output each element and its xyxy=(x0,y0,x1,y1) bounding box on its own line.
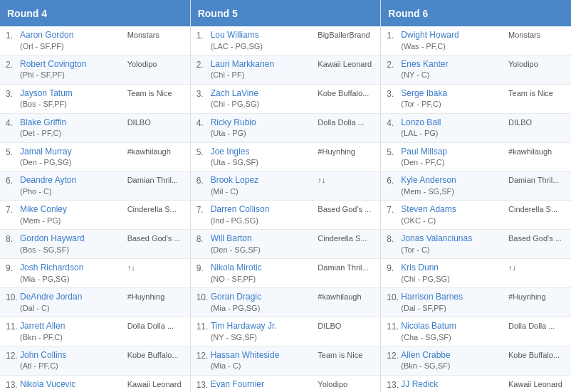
player-name[interactable]: Evan Fournier xyxy=(211,379,264,389)
pick-player[interactable]: Hassan Whiteside(Mia - C) xyxy=(211,350,318,371)
player-name[interactable]: Lauri Markkanen xyxy=(211,59,274,69)
player-name[interactable]: Deandre Ayton xyxy=(20,175,76,185)
player-name[interactable]: Steven Adams xyxy=(401,204,456,214)
player-name[interactable]: Serge Ibaka xyxy=(401,88,447,98)
pick-player[interactable]: Josh Richardson(Mia - PG,SG) xyxy=(20,263,127,284)
pick-player[interactable]: Steven Adams(OKC - C) xyxy=(401,204,508,226)
pick-player[interactable]: Darren Collison(Ind - PG,SG) xyxy=(211,204,318,226)
pick-player[interactable]: Kyle Anderson(Mem - SG,SF) xyxy=(401,175,508,196)
player-name[interactable]: Joe Ingles xyxy=(211,147,250,157)
player-position: (Dal - SF,PF) xyxy=(401,303,508,313)
pick-player[interactable]: Ricky Rubio(Uta - PG) xyxy=(211,117,318,139)
player-name[interactable]: Will Barton xyxy=(211,233,252,243)
pick-team: BigBallerBrand xyxy=(318,30,374,39)
pick-row: 3.Jayson Tatum(Bos - SF,PF)Team is Nice xyxy=(0,85,190,114)
pick-team: Based God's ... xyxy=(508,233,565,243)
pick-player[interactable]: Serge Ibaka(Tor - PF,C) xyxy=(401,88,508,110)
player-name[interactable]: Goran Dragic xyxy=(211,292,261,302)
pick-player[interactable]: John Collins(Atl - PF,C) xyxy=(20,350,127,371)
pick-player[interactable]: Nicolas Batum(Cha - SG,SF) xyxy=(401,321,508,342)
pick-number: 7. xyxy=(197,204,211,215)
pick-row: 2.Lauri Markkanen(Chi - PF)Kawaii Leonar… xyxy=(191,55,381,85)
player-name[interactable]: Paul Millsap xyxy=(401,147,447,157)
pick-player[interactable]: Goran Dragic(Mia - PG,SG) xyxy=(211,292,318,313)
player-name[interactable]: Aaron Gordon xyxy=(20,30,73,40)
pick-player[interactable]: Dwight Howard(Was - PF,C) xyxy=(401,30,508,51)
player-name[interactable]: Jamal Murray xyxy=(20,147,72,157)
pick-player[interactable]: Harrison Barnes(Dal - SF,PF) xyxy=(401,292,508,313)
player-name[interactable]: JJ Redick xyxy=(401,379,438,389)
pick-player[interactable]: Jonas Valanciunas(Tor - C) xyxy=(401,233,508,255)
pick-player[interactable]: JJ Redick(Phi - SG) xyxy=(401,379,508,392)
pick-player[interactable]: Jayson Tatum(Bos - SF,PF) xyxy=(20,88,127,110)
pick-player[interactable]: Kris Dunn(Chi - PG,SG) xyxy=(401,263,508,284)
pick-player[interactable]: Nikola Vucevic(Orl - PF,C) xyxy=(20,379,127,392)
pick-player[interactable]: Tim Hardaway Jr.(NY - SG,SF) xyxy=(211,321,318,342)
player-name[interactable]: Mike Conley xyxy=(20,204,67,214)
pick-team: #kawhilaugh xyxy=(127,147,184,156)
pick-row: 10.DeAndre Jordan(Dal - C)#Huynhing xyxy=(0,288,190,317)
player-name[interactable]: Jayson Tatum xyxy=(20,88,73,98)
pick-player[interactable]: DeAndre Jordan(Dal - C) xyxy=(20,292,127,313)
pick-player[interactable]: Jarrett Allen(Bkn - PF,C) xyxy=(20,321,127,342)
pick-player[interactable]: Lou Williams(LAC - PG,SG) xyxy=(211,30,318,51)
pick-player[interactable]: Brook Lopez(Mil - C) xyxy=(211,175,318,196)
pick-team: Based God's ... xyxy=(318,204,374,213)
pick-player[interactable]: Allen Crabbe(Bkn - SG,SF) xyxy=(401,350,508,371)
pick-row: 10.Goran Dragic(Mia - PG,SG)#kawhilaugh xyxy=(191,288,381,317)
player-name[interactable]: Allen Crabbe xyxy=(401,350,450,360)
player-name[interactable]: Tim Hardaway Jr. xyxy=(211,321,277,331)
player-name[interactable]: DeAndre Jordan xyxy=(20,292,82,302)
pick-player[interactable]: Gordon Hayward(Bos - SG,SF) xyxy=(20,233,127,255)
player-name[interactable]: Harrison Barnes xyxy=(401,292,463,302)
pick-player[interactable]: Paul Millsap(Den - PF,C) xyxy=(401,147,508,168)
player-name[interactable]: Nikola Vucevic xyxy=(20,379,75,389)
player-name[interactable]: Kris Dunn xyxy=(401,263,439,272)
pick-team: Team is Nice xyxy=(127,88,184,97)
pick-row: 1.Aaron Gordon(Orl - SF,PF)Monstars xyxy=(0,26,190,55)
player-name[interactable]: John Collins xyxy=(20,350,66,360)
pick-player[interactable]: Joe Ingles(Uta - SG,SF) xyxy=(211,147,318,168)
pick-player[interactable]: Zach LaVine(Chi - PG,SG) xyxy=(211,88,318,110)
pick-player[interactable]: Nikola Mirotic(NO - SF,PF) xyxy=(211,263,318,284)
pick-player[interactable]: Will Barton(Den - SG,SF) xyxy=(211,233,318,255)
pick-player[interactable]: Lonzo Ball(LAL - PG) xyxy=(401,117,508,139)
pick-player[interactable]: Deandre Ayton(Pho - C) xyxy=(20,175,127,196)
pick-player[interactable]: Evan Fournier(Orl - SG,SF) xyxy=(211,379,318,392)
player-name[interactable]: Jonas Valanciunas xyxy=(401,233,472,243)
player-name[interactable]: Lonzo Ball xyxy=(401,117,441,127)
player-name[interactable]: Lou Williams xyxy=(211,30,259,40)
pick-number: 12. xyxy=(387,350,401,361)
pick-team: #Huynhing xyxy=(127,292,184,301)
player-name[interactable]: Nicolas Batum xyxy=(401,321,456,331)
player-name[interactable]: Blake Griffin xyxy=(20,117,66,127)
pick-player[interactable]: Lauri Markkanen(Chi - PF) xyxy=(211,59,318,80)
player-name[interactable]: Nikola Mirotic xyxy=(211,263,262,272)
player-name[interactable]: Enes Kanter xyxy=(401,59,448,69)
player-name[interactable]: Darren Collison xyxy=(211,204,270,214)
player-name[interactable]: Robert Covington xyxy=(20,59,86,69)
player-name[interactable]: Gordon Hayward xyxy=(20,233,85,243)
pick-player[interactable]: Enes Kanter(NY - C) xyxy=(401,59,508,80)
player-name[interactable]: Jarrett Allen xyxy=(20,321,65,331)
round-header-1: Round 4 xyxy=(0,0,190,26)
player-name[interactable]: Brook Lopez xyxy=(211,175,258,185)
player-name[interactable]: Dwight Howard xyxy=(401,30,459,40)
player-name[interactable]: Kyle Anderson xyxy=(401,175,456,185)
pick-player[interactable]: Aaron Gordon(Orl - SF,PF) xyxy=(20,30,127,51)
pick-row: 8.Will Barton(Den - SG,SF)Cinderella S..… xyxy=(191,230,381,259)
player-position: (Phi - SF,PF) xyxy=(20,70,127,80)
pick-number: 5. xyxy=(197,147,211,157)
pick-team: Damian Thril... xyxy=(508,175,565,184)
player-name[interactable]: Ricky Rubio xyxy=(211,117,256,127)
pick-number: 6. xyxy=(197,175,211,186)
pick-player[interactable]: Robert Covington(Phi - SF,PF) xyxy=(20,59,127,80)
pick-player[interactable]: Blake Griffin(Det - PF,C) xyxy=(20,117,127,139)
pick-player[interactable]: Mike Conley(Mem - PG) xyxy=(20,204,127,226)
player-name[interactable]: Josh Richardson xyxy=(20,263,83,272)
player-position: (Mia - PG,SG) xyxy=(211,303,318,313)
player-name[interactable]: Hassan Whiteside xyxy=(211,350,280,360)
player-name[interactable]: Zach LaVine xyxy=(211,88,258,98)
pick-number: 9. xyxy=(387,263,401,273)
pick-player[interactable]: Jamal Murray(Den - PG,SG) xyxy=(20,147,127,168)
